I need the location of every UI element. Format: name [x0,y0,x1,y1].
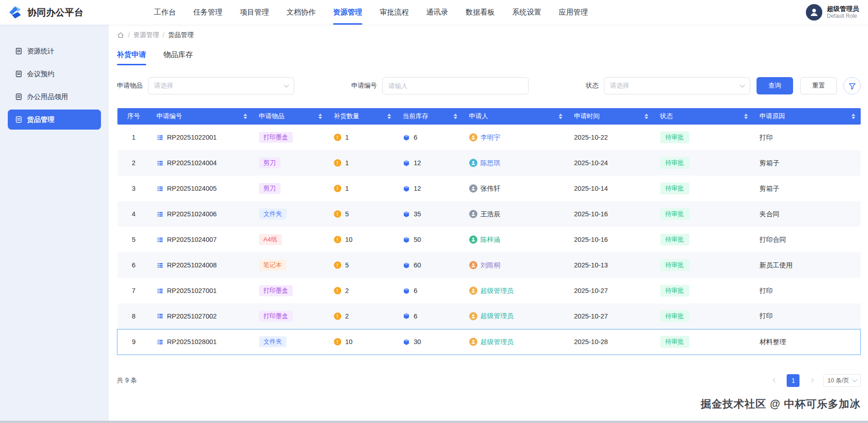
request-reason: 新员工使用 [753,252,861,278]
chevron-left-icon [773,378,777,383]
nav-item-label: 项目管理 [240,8,269,17]
filter-bar: 申请物品 请选择 申请编号 状态 请选择 [117,77,861,94]
list-icon [157,134,164,141]
applicant-link[interactable]: 李明宇 [481,133,501,142]
pager: 1 10 条/页 [768,374,861,387]
nav-item[interactable]: 通讯录 [424,0,450,25]
status-badge: 待审批 [660,208,690,220]
table-row[interactable]: 7 RP20251027001 打印墨盒 2 [117,278,861,303]
sidebar-item[interactable]: 办公用品领用 [8,87,101,107]
filter-status-select[interactable]: 请选择 [604,77,750,94]
col-date[interactable]: 申请时间 [568,108,654,125]
page-number-button[interactable]: 1 [787,374,799,387]
search-button[interactable]: 查询 [757,77,793,94]
nav-item[interactable]: 任务管理 [191,0,224,25]
filter-item-select[interactable]: 请选择 [148,77,294,94]
applicant-link[interactable]: 王浩辰 [481,210,501,219]
col-reason[interactable]: 申请原因 [753,108,861,125]
table-row[interactable]: 9 RP20251028001 文件夹 10 [117,329,861,355]
table-row[interactable]: 5 RP20251024007 A4纸 10 [117,227,861,252]
table-row[interactable]: 8 RP20251027002 打印墨盒 2 [117,303,861,329]
restock-qty: 2 [345,287,349,294]
table-row[interactable]: 4 RP20251024006 文件夹 5 [117,201,861,227]
applicant-link[interactable]: 陈思琪 [481,159,501,167]
sidebar-item-label: 资源统计 [27,47,54,56]
request-code: RP20251027002 [167,313,217,320]
warning-icon [334,313,341,320]
applicant-link[interactable]: 超级管理员 [481,338,514,346]
nav-item[interactable]: 文档协作 [285,0,318,25]
sidebar-item[interactable]: 货品管理 [8,110,101,130]
applicant-link[interactable]: 张伟轩 [481,184,501,193]
request-date: 2025-10-22 [568,125,654,150]
prev-page-button[interactable] [768,374,781,387]
sidebar-item[interactable]: 资源统计 [8,41,101,61]
warning-icon [334,236,341,243]
list-icon [157,160,164,167]
nav-item[interactable]: 工作台 [152,0,178,25]
table-row[interactable]: 2 RP20251024004 剪刀 1 [117,150,861,176]
user-menu[interactable]: 超级管理员 Default Role [806,4,859,21]
list-icon [157,236,164,243]
status-badge: 待审批 [660,131,690,143]
nav-item[interactable]: 数据看板 [464,0,497,25]
app-logo[interactable]: 协同办公平台 [7,5,84,20]
sidebar-item-label: 办公用品领用 [27,93,68,101]
nav-item[interactable]: 系统设置 [510,0,543,25]
request-reason: 夹合同 [753,201,861,227]
tab-item-inventory[interactable]: 物品库存 [164,50,193,65]
layout: 资源统计 会议预约 办公用品领用 货品管理 [0,25,868,423]
applicant-avatar-icon [469,210,477,218]
restock-qty: 1 [345,185,349,192]
warning-icon [334,261,341,269]
applicant-link[interactable]: 超级管理员 [481,287,514,295]
col-qty[interactable]: 补货数量 [328,108,397,125]
breadcrumb-resource-mgmt[interactable]: 资源管理 [133,31,159,39]
request-reason: 剪箱子 [753,176,861,201]
nav-item[interactable]: 应用管理 [557,0,590,25]
chevron-right-icon [809,378,814,383]
col-code[interactable]: 申请编号 [150,108,253,125]
table-row[interactable]: 1 RP20251022001 打印墨盒 1 [117,125,861,150]
applicant-avatar-icon [469,287,477,295]
box-icon [403,236,410,243]
applicant-link[interactable]: 刘雨桐 [481,261,501,270]
filter-funnel-button[interactable] [843,77,861,94]
horizontal-scrollbar[interactable] [0,421,868,423]
restock-qty: 5 [345,210,349,218]
table-row[interactable]: 6 RP20251024008 笔记本 5 [117,252,861,278]
tab-restock-request[interactable]: 补货申请 [117,50,146,65]
reset-button[interactable]: 重置 [800,77,837,94]
request-code: RP20251024005 [167,185,217,192]
select-placeholder: 请选择 [154,82,173,90]
col-stock[interactable]: 当前库存 [397,108,463,125]
request-date: 2025-10-28 [568,329,654,355]
col-item[interactable]: 申请物品 [253,108,328,125]
nav-item-label: 文档协作 [286,8,316,17]
request-date: 2025-10-13 [568,252,654,278]
col-applicant[interactable]: 申请人 [463,108,568,125]
col-status[interactable]: 状态 [654,108,753,125]
request-reason: 打印 [753,303,861,329]
sidebar-item[interactable]: 会议预约 [8,64,101,84]
nav-item[interactable]: 项目管理 [238,0,271,25]
list-icon [157,313,164,319]
item-tag: 打印墨盒 [259,132,293,143]
box-icon [403,262,410,269]
applicant-link[interactable]: 超级管理员 [481,312,514,320]
item-tag: 笔记本 [259,260,287,271]
table-body: 1 RP20251022001 打印墨盒 1 [117,125,861,355]
filter-code-input[interactable] [382,77,529,94]
nav-item[interactable]: 审批流程 [378,0,411,25]
next-page-button[interactable] [805,374,818,387]
page-size-select[interactable]: 10 条/页 [823,374,861,387]
nav-item[interactable]: 资源管理 [331,0,364,25]
current-stock: 6 [414,287,418,294]
table-row[interactable]: 3 RP20251024005 剪刀 1 [117,176,861,201]
current-stock: 6 [414,313,418,320]
home-icon[interactable] [117,31,124,39]
applicant-avatar-icon [469,235,477,244]
document-icon [15,93,22,100]
applicant-link[interactable]: 陈梓涵 [481,235,501,244]
box-icon [403,211,410,218]
